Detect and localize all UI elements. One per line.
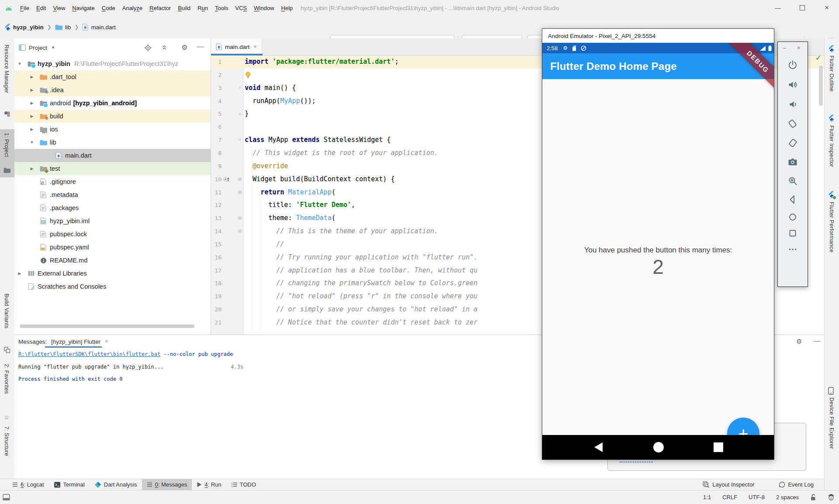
resource-manager-icon[interactable] [4,111,10,117]
emulator-minimize-button[interactable]: – [783,45,786,51]
menu-build[interactable]: Build [174,5,194,11]
tree-row-android[interactable]: ▶android [hyzp_yibin_android] [14,97,211,110]
breadcrumb-file[interactable]: main.dart [91,24,115,31]
horizontal-scrollbar[interactable] [20,324,194,328]
tree-row-external-libraries[interactable]: ▶External Libraries [14,267,211,280]
locate-file-icon[interactable] [144,44,152,52]
close-tab-icon[interactable]: × [105,338,108,345]
breadcrumb-project[interactable]: hyzp_yibin [13,24,44,31]
fold-marker-icon[interactable]: ⊟ [236,173,243,186]
chevron-right-icon[interactable]: ▶ [28,75,35,79]
tree-row-build[interactable]: ▶⚙build [14,110,211,123]
toolwindow-button-layout-inspector[interactable]: Layout Inspector [698,479,759,490]
menu-vcs[interactable]: VCS [232,5,250,11]
toolwindow-button-terminal[interactable]: Terminal [49,479,90,490]
tree-row-pubspec-yaml[interactable]: pubspec.yaml [14,241,211,254]
hide-panel-icon[interactable]: — [197,42,204,50]
nav-overview-button[interactable] [714,442,723,452]
line-ending[interactable]: CRLF [722,494,737,501]
emulator-rotate-left-button[interactable] [787,118,798,129]
sidebar-item-flutter-inspector[interactable]: Flutter Inspector [829,125,835,167]
inspections-ok-icon[interactable]: ✓ [815,54,821,62]
caret-position[interactable]: 1:1 [703,494,711,501]
menu-tools[interactable]: Tools [211,5,232,11]
override-marker-icon[interactable] [223,176,230,183]
toolwindow-button-4-run[interactable]: 4: Run [192,479,226,490]
hide-panel-icon[interactable]: — [814,337,820,344]
tree-row-hyzp-yibin[interactable]: ▼hyzp_yibinR:\FlutterProject\FlutterProj… [14,57,211,70]
file-encoding[interactable]: UTF-8 [749,494,765,501]
indent-setting[interactable]: 2 spaces [776,494,799,501]
menu-help[interactable]: Help [277,5,296,11]
toolwindow-button-6-logcat[interactable]: 6: Logcat [7,479,49,490]
emulator-volume-down-button[interactable] [787,99,798,110]
nav-back-button[interactable] [594,442,603,452]
window-maximize-button[interactable] [790,0,815,16]
fold-marker-icon[interactable]: ▿ [236,134,243,147]
sidebar-item-device-file-explorer[interactable]: Device File Explorer [829,397,835,449]
emulator-more-button[interactable] [787,244,798,255]
toolwindow-button-0-messages[interactable]: 0: Messages [142,479,192,490]
sidebar-item-favorites[interactable]: 2: Favorites [3,364,10,394]
gear-icon[interactable]: ⚙ [181,43,187,52]
fold-marker-icon[interactable]: ▵ [236,107,243,121]
tab-main-dart[interactable]: main.dart × [211,38,261,55]
menu-file[interactable]: File [17,5,33,11]
menu-edit[interactable]: Edit [33,5,49,11]
sidebar-item-build-variants[interactable]: Build Variants [3,293,10,328]
close-tab-icon[interactable]: × [253,44,257,50]
window-close-button[interactable]: × [815,0,839,16]
sidebar-item-resource-manager[interactable]: Resource Manager [3,45,10,93]
chevron-right-icon[interactable]: ▶ [28,88,35,92]
tree-row--packages[interactable]: .packages [14,201,211,214]
fold-marker-icon[interactable]: ⊟ [236,186,243,199]
star-icon[interactable]: ☆ [4,414,10,421]
chevron-right-icon[interactable]: ▶ [28,166,35,171]
menu-run[interactable]: Run [194,5,211,11]
tree-row-hyzp-yibin-iml[interactable]: hyzp_yibin.iml [14,214,211,228]
chevron-right-icon[interactable]: ▶ [28,101,35,105]
tree-row-test[interactable]: ▶test [14,162,211,175]
emulator-back-button[interactable] [787,194,798,205]
toolwindow-toggle-icon[interactable] [3,494,10,501]
tree-row--gitignore[interactable]: .gitignore [14,175,211,188]
menu-code[interactable]: Code [98,5,119,11]
tree-row-lib[interactable]: ▼lib [14,136,211,149]
menu-refactor[interactable]: Refactor [146,5,174,11]
fold-marker-icon[interactable]: ⊟ [236,212,243,225]
chevron-right-icon[interactable]: ▶ [16,271,23,276]
sidebar-item-structure[interactable]: 7: Structure [3,426,10,456]
emulator-home-button[interactable] [787,211,798,223]
tree-row-pubspec-lock[interactable]: pubspec.lock [14,228,211,241]
build-variants-icon[interactable] [4,347,10,353]
emulator-rotate-right-button[interactable] [787,137,798,148]
emulator-zoom-in-button[interactable] [787,175,798,186]
tree-row--metadata[interactable]: .metadata [14,188,211,201]
intention-bulb-icon[interactable] [245,72,251,79]
chevron-right-icon[interactable]: ▶ [28,127,35,131]
nav-home-button[interactable] [653,442,664,452]
lock-open-icon[interactable] [810,494,816,501]
window-minimize-button[interactable]: — [766,0,790,16]
editor-scrollbar[interactable] [819,66,823,106]
chevron-down-icon[interactable]: ▼ [16,62,23,66]
toolwindow-button-dart-analysis[interactable]: Dart Analysis [90,479,142,490]
chevron-right-icon[interactable]: ▶ [28,114,35,118]
emulator-power-button[interactable] [787,59,798,71]
emulator-title-bar[interactable]: Android Emulator - Pixel_2_API_29:5554 [542,29,774,43]
tree-row--idea[interactable]: ▶⚙.idea [14,83,211,97]
menu-navigate[interactable]: Navigate [69,5,98,11]
toolwindow-button-event-log[interactable]: Event Log [774,479,818,490]
gear-icon[interactable]: ⚙ [796,338,802,345]
tree-row-readme-md[interactable]: README.md [14,254,211,267]
menu-window[interactable]: Window [250,5,277,11]
collapse-all-icon[interactable] [161,44,168,51]
incognito-profile-icon[interactable] [828,494,835,501]
menu-view[interactable]: View [49,5,69,11]
toolwindow-button-todo[interactable]: TODO [226,479,261,490]
emulator-screen[interactable]: 2:58 ⚙ Flutter Demo Home Page You have p… [542,43,774,459]
breadcrumb-folder[interactable]: lib [65,24,71,31]
emulator-close-button[interactable]: × [797,45,801,51]
emulator-camera-button[interactable] [787,156,798,168]
tree-row-ios[interactable]: ▶ios [14,123,211,136]
